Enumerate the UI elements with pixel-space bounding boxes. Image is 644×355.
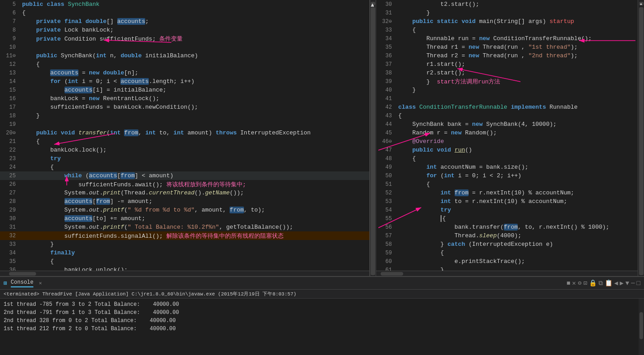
left-code-line-20: 20⊖ public void transfer(int from, int t… xyxy=(0,129,369,137)
console-line-2: 2nd thread -791 from 1 to 3 Total Balanc… xyxy=(4,309,635,317)
right-code-line-53: 53 int to = r.nextInt(10) % accountNum; xyxy=(376,197,638,206)
left-code-line-7: 7 private final double[] accounts; xyxy=(0,17,369,26)
left-code-line-22: 22 bankLock.lock(); xyxy=(0,146,369,154)
left-code-line-33: 33 } xyxy=(0,240,369,249)
right-code-line-44: 44 SynchBank bank = new SynchBank(4, 100… xyxy=(376,120,638,129)
right-code-line-46: 46⊖ @Override xyxy=(376,137,638,146)
right-code-line-35: 35 Thread r1 = new Thread(run , "1st thr… xyxy=(376,43,638,51)
console-remove-icon[interactable]: ⊖ xyxy=(578,279,581,287)
console-minimize-icon[interactable]: ─ xyxy=(631,280,635,287)
left-code-line-35: 35 { xyxy=(0,257,369,266)
right-code-line-57: 57 Thread.sleep(4000); xyxy=(376,231,638,240)
left-code-line-9: 9 private Condition sufficientFunds; 条件变… xyxy=(0,34,369,43)
left-code-line-30: 30 accounts[to] += amount; xyxy=(0,214,369,223)
console-paste-icon[interactable]: 📋 xyxy=(605,279,612,287)
scroll-up-btn[interactable]: ▲ xyxy=(371,2,375,5)
left-code-line-13: 13 accounts = new double[n]; xyxy=(0,69,369,77)
right-code-line-59: 59 { xyxy=(376,249,638,257)
console-menu-icon[interactable]: ▼ xyxy=(626,280,629,287)
left-code-line-16: 16 bankLock = new ReentrantLock(); xyxy=(0,94,369,103)
right-code-line-36: 36 Thread r2 = new Thread(run , "2nd thr… xyxy=(376,51,638,60)
right-code-line-61: 61 } xyxy=(376,266,638,271)
left-code-line-11: 11⊖ public SynchBank(int n, double initi… xyxy=(0,51,369,60)
left-code-line-28: 28 accounts[from] -= amount; xyxy=(0,197,369,206)
left-code-line-32: 32 sufficientFunds.signalAll(); 解除该条件的等待… xyxy=(0,231,369,240)
left-code-line-34: 34 finally xyxy=(0,249,369,257)
left-vertical-scrollbar[interactable]: ▲ xyxy=(370,0,376,276)
left-code-line-15: 15 accounts[i] = initialBalance; xyxy=(0,86,369,94)
console-toolbar: ■ ✕ ⊖ ⊡ 🔒 ⧉ 📋 ◀ ▶ ▼ ─ □ xyxy=(566,279,640,287)
terminated-line: <terminated> ThreadFive [Java Applicatio… xyxy=(0,290,644,299)
right-code-line-37: 37 r1.start(); xyxy=(376,60,638,69)
left-panel: 5 public class SynchBank 6 { 7 private f… xyxy=(0,0,370,276)
console-navigate-prev[interactable]: ◀ xyxy=(614,279,618,287)
left-code-line-17: 17 sufficientFunds = bankLock.newConditi… xyxy=(0,103,369,111)
right-scroll-thumb-v[interactable] xyxy=(639,7,644,275)
right-code-line-31: 31 } xyxy=(376,9,638,17)
left-code-line-36: 36 bankLock.unlock(); xyxy=(0,266,369,271)
left-code-line-18: 18 } xyxy=(0,111,369,120)
console-area: ⊞ Console ✕ ■ ✕ ⊖ ⊡ 🔒 ⧉ 📋 ◀ ▶ ▼ ─ □ <ter… xyxy=(0,276,644,355)
left-code-line-29: 29 System.out.printf(" %d from %d to %d"… xyxy=(0,206,369,214)
right-panel: 30 t2.start(); 31 } 32⊖ public static vo… xyxy=(376,0,638,276)
console-copy-icon[interactable]: ⧉ xyxy=(598,280,603,287)
right-code-line-60: 60 e.printStackTrace(); xyxy=(376,257,638,266)
right-code-line-55: 55 { xyxy=(376,214,638,223)
right-code-line-49: 49 int accountNum = bank.size(); xyxy=(376,163,638,171)
right-code-view: 30 t2.start(); 31 } 32⊖ public static vo… xyxy=(376,0,638,271)
left-code-line-21: 21 { xyxy=(0,137,369,146)
right-code-line-52: 52 int from = r.nextInt(10) % accountNum… xyxy=(376,189,638,197)
right-code-line-39: 39 } start方法调用run方法 xyxy=(376,77,638,86)
console-scroll-thumb[interactable] xyxy=(639,312,643,339)
left-code-line-26: 26 sufficientFunds.await(); 将该线程放到条件的等待集… xyxy=(0,180,369,189)
console-stop-icon[interactable]: ■ xyxy=(566,280,570,287)
right-code-line-42: 42 class ConditionTransferRunnable imple… xyxy=(376,103,638,111)
console-close-icon[interactable]: ✕ xyxy=(39,280,42,286)
right-code-line-38: 38 r2.start(); xyxy=(376,69,638,77)
console-scroll-lock-icon[interactable]: 🔒 xyxy=(589,279,597,287)
right-code-line-33: 33 { xyxy=(376,26,638,34)
console-clear-icon[interactable]: ⊡ xyxy=(583,279,587,287)
left-code-line-14: 14 for (int i = 0; i < accounts.length; … xyxy=(0,77,369,86)
right-code-line-50: 50 for (int i = 0; i < 2; i++) xyxy=(376,171,638,180)
right-scroll-thumb[interactable] xyxy=(381,272,403,276)
console-content: 1st thread -785 from 3 to 2 Total Balanc… xyxy=(0,299,644,355)
left-code-line-5: 5 public class SynchBank xyxy=(0,0,369,9)
console-navigate-next[interactable]: ▶ xyxy=(620,279,623,287)
right-scroll-up[interactable]: ▲ xyxy=(639,2,644,5)
left-code-line-10: 10 xyxy=(0,43,369,51)
right-code-line-40: 40 } xyxy=(376,86,638,94)
console-maximize-icon[interactable]: □ xyxy=(637,280,640,287)
right-code-line-56: 56 bank.transfer(from, to, r.nextInt() %… xyxy=(376,223,638,231)
left-code-line-8: 8 private Lock bankLock; xyxy=(0,26,369,34)
left-code-line-24: 24 { xyxy=(0,163,369,171)
console-line-1: 1st thread -785 from 3 to 2 Total Balanc… xyxy=(4,300,635,309)
left-code-line-12: 12 { xyxy=(0,60,369,69)
left-code-line-6: 6 { xyxy=(0,9,369,17)
left-scrollbar-thumb[interactable] xyxy=(9,272,36,276)
console-header: ⊞ Console ✕ ■ ✕ ⊖ ⊡ 🔒 ⧉ 📋 ◀ ▶ ▼ ─ □ xyxy=(0,277,644,290)
left-scrollbar[interactable] xyxy=(0,271,369,276)
console-terminate-icon[interactable]: ✕ xyxy=(572,279,576,287)
console-line-3: 2nd thread 328 from 0 to 2 Total Balance… xyxy=(4,317,635,325)
editor-area: 5 public class SynchBank 6 { 7 private f… xyxy=(0,0,644,276)
console-scrollbar[interactable] xyxy=(639,299,644,355)
main-container: 5 public class SynchBank 6 { 7 private f… xyxy=(0,0,644,355)
right-code-line-43: 43 { xyxy=(376,111,638,120)
console-text: 1st thread -785 from 3 to 2 Total Balanc… xyxy=(0,299,639,355)
left-code-line-31: 31 System.out.printf(" Total Balance: %1… xyxy=(0,223,369,231)
console-line-4: 1st thread 212 from 2 to 0 Total Balance… xyxy=(4,325,635,333)
right-code-line-51: 51 { xyxy=(376,180,638,189)
right-code-line-54: 54 try xyxy=(376,206,638,214)
scroll-thumb[interactable] xyxy=(371,7,375,275)
right-code-line-47: 47 public void run() xyxy=(376,146,638,154)
right-vertical-scrollbar[interactable]: ▲ xyxy=(638,0,644,276)
console-icon: ⊞ xyxy=(4,280,7,287)
right-scrollbar-h[interactable] xyxy=(376,271,638,276)
right-code-line-32: 32⊖ public static void main(String[] arg… xyxy=(376,17,638,26)
right-code-line-58: 58 } catch (InterruptedException e) xyxy=(376,240,638,249)
left-code-view: 5 public class SynchBank 6 { 7 private f… xyxy=(0,0,369,271)
left-code-line-19: 19 xyxy=(0,120,369,129)
console-tab[interactable]: Console xyxy=(11,279,33,287)
right-code-line-48: 48 { xyxy=(376,154,638,163)
